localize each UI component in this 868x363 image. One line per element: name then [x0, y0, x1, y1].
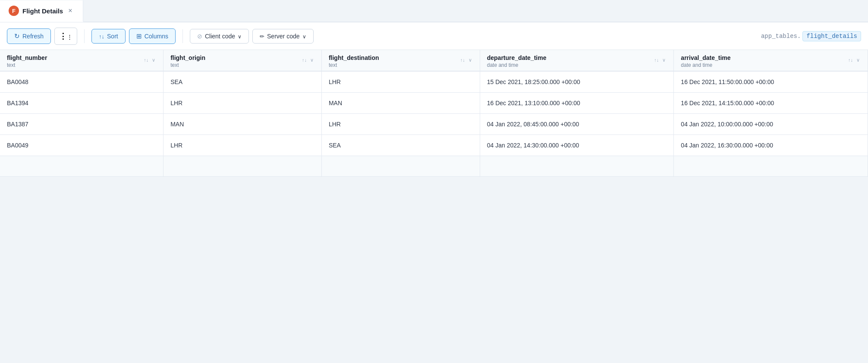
cell-flight_number-row-2: BA1387 — [0, 114, 164, 135]
client-code-chevron-icon — [238, 33, 242, 40]
server-code-chevron-icon — [302, 33, 306, 40]
col-header-flight-number: flight_number text — [0, 50, 164, 71]
cell-arrival_date_time-row-2: 04 Jan 2022, 10:00:00.000 +00:00 — [674, 114, 868, 135]
cell-flight_number-row-1: BA1394 — [0, 93, 164, 114]
col-name-departure-date-time: departure_date_time — [487, 54, 547, 61]
updown-icon — [144, 57, 148, 63]
col-sort-updown-arrival[interactable] — [847, 56, 854, 64]
col-header-arrival-date-time: arrival_date_time date and time — [674, 50, 868, 71]
updown-icon — [654, 57, 659, 63]
empty-cell — [0, 156, 164, 177]
columns-icon — [136, 32, 142, 40]
client-code-icon — [197, 33, 202, 40]
table-row[interactable]: BA0049LHRSEA04 Jan 2022, 14:30:00.000 +0… — [0, 135, 868, 156]
col-header-flight-destination: flight_destination text — [321, 50, 480, 71]
updown-icon — [848, 57, 853, 63]
col-type-flight-origin: text — [170, 62, 205, 68]
more-options-button[interactable]: ⋮ — [54, 28, 77, 45]
table-body: BA0048SEALHR15 Dec 2021, 18:25:00.000 +0… — [0, 71, 868, 177]
cell-flight_origin-row-0: SEA — [164, 71, 322, 93]
cell-departure_date_time-row-2: 04 Jan 2022, 08:45:00.000 +00:00 — [480, 114, 674, 135]
updown-icon — [302, 57, 307, 63]
table-empty-row — [0, 156, 868, 177]
col-sort-updown-flight-number[interactable] — [143, 56, 149, 64]
data-table-container: flight_number text — [0, 50, 868, 177]
cell-arrival_date_time-row-3: 04 Jan 2022, 16:30:00.000 +00:00 — [674, 135, 868, 156]
toolbar: Refresh ⋮ Sort Columns Client code Serve… — [0, 22, 868, 50]
col-sort-down-departure[interactable] — [661, 56, 667, 64]
table-row[interactable]: BA0048SEALHR15 Dec 2021, 18:25:00.000 +0… — [0, 71, 868, 93]
cell-arrival_date_time-row-1: 16 Dec 2021, 14:15:00.000 +00:00 — [674, 93, 868, 114]
cell-flight_destination-row-2: LHR — [321, 114, 480, 135]
empty-cell — [321, 156, 480, 177]
col-name-arrival-date-time: arrival_date_time — [681, 54, 730, 61]
more-icon: ⋮ — [59, 31, 72, 41]
col-sort-updown-departure[interactable] — [653, 56, 660, 64]
cell-departure_date_time-row-3: 04 Jan 2022, 14:30:00.000 +00:00 — [480, 135, 674, 156]
table-row[interactable]: BA1387MANLHR04 Jan 2022, 08:45:00.000 +0… — [0, 114, 868, 135]
cell-departure_date_time-row-0: 15 Dec 2021, 18:25:00.000 +00:00 — [480, 71, 674, 93]
down-icon — [469, 57, 472, 63]
columns-button[interactable]: Columns — [129, 28, 176, 44]
cell-flight_origin-row-3: LHR — [164, 135, 322, 156]
toolbar-divider-2 — [182, 29, 183, 43]
col-name-flight-destination: flight_destination — [329, 54, 379, 61]
tab-app-icon: F — [9, 6, 19, 16]
refresh-icon — [14, 32, 20, 40]
server-code-button[interactable]: Server code — [252, 29, 313, 44]
empty-cell — [480, 156, 674, 177]
cell-flight_origin-row-1: LHR — [164, 93, 322, 114]
down-icon — [662, 57, 666, 63]
sort-icon — [99, 33, 104, 40]
tab-bar: F Flight Details × — [0, 0, 868, 22]
table-row[interactable]: BA1394LHRMAN16 Dec 2021, 13:10:00.000 +0… — [0, 93, 868, 114]
cell-departure_date_time-row-1: 16 Dec 2021, 13:10:00.000 +00:00 — [480, 93, 674, 114]
col-type-flight-number: text — [7, 62, 47, 68]
table-header-row: flight_number text — [0, 50, 868, 71]
tab-flight-details[interactable]: F Flight Details × — [0, 0, 83, 22]
tab-close-button[interactable]: × — [66, 6, 74, 16]
col-name-flight-origin: flight_origin — [170, 54, 205, 61]
table-ref-name: flight_details — [802, 31, 861, 41]
tab-title: Flight Details — [22, 7, 63, 15]
flight-details-table: flight_number text — [0, 50, 868, 177]
col-sort-updown-flight-origin[interactable] — [301, 56, 308, 64]
cell-flight_origin-row-2: MAN — [164, 114, 322, 135]
table-header: flight_number text — [0, 50, 868, 71]
col-header-departure-date-time: departure_date_time date and time — [480, 50, 674, 71]
empty-cell — [674, 156, 868, 177]
down-icon — [856, 57, 860, 63]
col-sort-down-arrival[interactable] — [855, 56, 861, 64]
cell-flight_number-row-0: BA0048 — [0, 71, 164, 93]
table-reference: app_tables. flight_details — [761, 31, 861, 41]
col-sort-down-flight-destination[interactable] — [468, 56, 473, 64]
cell-flight_number-row-3: BA0049 — [0, 135, 164, 156]
col-sort-down-flight-origin[interactable] — [309, 56, 314, 64]
refresh-button[interactable]: Refresh — [7, 28, 51, 44]
updown-icon — [460, 57, 465, 63]
col-type-flight-destination: text — [329, 62, 379, 68]
cell-flight_destination-row-1: MAN — [321, 93, 480, 114]
cell-flight_destination-row-0: LHR — [321, 71, 480, 93]
col-header-flight-origin: flight_origin text — [164, 50, 322, 71]
col-sort-down-flight-number[interactable] — [151, 56, 156, 64]
cell-arrival_date_time-row-0: 16 Dec 2021, 11:50:00.000 +00:00 — [674, 71, 868, 93]
down-icon — [310, 57, 314, 63]
col-type-arrival-date-time: date and time — [681, 62, 730, 68]
down-icon — [152, 57, 155, 63]
toolbar-divider-1 — [84, 29, 85, 43]
empty-cell — [164, 156, 322, 177]
sort-button[interactable]: Sort — [91, 29, 126, 44]
col-type-departure-date-time: date and time — [487, 62, 547, 68]
col-name-flight-number: flight_number — [7, 54, 47, 61]
cell-flight_destination-row-3: SEA — [321, 135, 480, 156]
client-code-button[interactable]: Client code — [190, 29, 249, 44]
col-sort-updown-flight-destination[interactable] — [459, 56, 466, 64]
server-code-icon — [260, 33, 264, 40]
table-ref-prefix: app_tables. — [761, 33, 801, 40]
